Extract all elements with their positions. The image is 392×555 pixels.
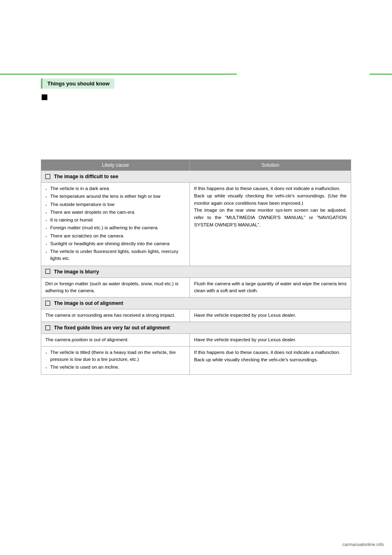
checkbox-icon-1 — [45, 174, 50, 179]
watermark-text: carmanualonline.info — [342, 542, 384, 547]
solution-text-2: Flush the camera with a large quantity o… — [194, 280, 347, 295]
likely-causes-1: The vehicle is in a dark area The temper… — [41, 183, 190, 266]
solution-4a: Have the vehicle inspected by your Lexus… — [190, 333, 351, 346]
list-item: The vehicle is under fluorescent lights,… — [45, 248, 185, 262]
list-item: The temperature around the lens is eithe… — [45, 193, 185, 200]
col-header-likely-cause: Likely cause — [41, 160, 190, 171]
section-header-3-text: The image is out of alignment — [54, 300, 123, 306]
section-header-1-text: The image is difficult to see — [54, 174, 118, 179]
section-header-4: The fixed guide lines are very far out o… — [41, 322, 351, 333]
section-header: Things you should know — [41, 78, 351, 100]
solution-1: If this happens due to these causes, it … — [190, 183, 351, 266]
solution-text-4a: Have the vehicle inspected by your Lexus… — [194, 336, 347, 344]
bullet-list-4b: The vehicle is tilted (there is a heavy … — [45, 349, 185, 371]
solution-text-4b: If this happens due to these causes, it … — [194, 349, 347, 364]
solution-text-3: Have the vehicle inspected by your Lexus… — [194, 312, 347, 319]
section-row-1: The image is difficult to see — [41, 171, 351, 183]
list-item: The vehicle is used on an incline. — [45, 364, 185, 371]
footer-watermark: carmanualonline.info — [342, 542, 384, 547]
table-row-4a: The camera position is out of alignment.… — [41, 333, 351, 346]
list-item: There are scratches on the camera — [45, 233, 185, 239]
green-accent-line-left — [0, 74, 237, 75]
checkbox-icon-4 — [45, 325, 50, 330]
green-accent-line-right — [370, 74, 392, 75]
section-header-4-text: The fixed guide lines are very far out o… — [54, 325, 169, 331]
likely-cause-4a-text: The camera position is out of alignment. — [45, 336, 185, 343]
likely-cause-4b: The vehicle is tilted (there is a heavy … — [41, 346, 190, 374]
list-item: Foreign matter (mud etc.) is adhering to… — [45, 224, 185, 231]
list-item: There are water droplets on the cam-era — [45, 209, 185, 216]
checkbox-icon-2 — [45, 269, 50, 274]
section-title: Things you should know — [47, 81, 109, 87]
solution-2: Flush the camera with a large quantity o… — [190, 278, 351, 298]
likely-cause-2: Dirt or foreign matter (such as water dr… — [41, 278, 190, 298]
table-row-1: The vehicle is in a dark area The temper… — [41, 183, 351, 266]
section-header-1: The image is difficult to see — [41, 171, 351, 183]
table-row-4b: The vehicle is tilted (there is a heavy … — [41, 346, 351, 374]
list-item: The vehicle is tilted (there is a heavy … — [45, 349, 185, 363]
solution-4b: If this happens due to these causes, it … — [190, 346, 351, 374]
section-header-2-text: The image is blurry — [54, 269, 99, 275]
likely-cause-4a: The camera position is out of alignment. — [41, 333, 190, 346]
table-row-3: The camera or surrounding area has recei… — [41, 309, 351, 322]
solution-text-1: If this happens due to these causes, it … — [194, 185, 347, 229]
black-square-marker — [42, 94, 47, 100]
section-title-box: Things you should know — [41, 78, 114, 89]
table-row-2: Dirt or foreign matter (such as water dr… — [41, 278, 351, 298]
solution-3: Have the vehicle inspected by your Lexus… — [190, 309, 351, 322]
likely-cause-3: The camera or surrounding area has recei… — [41, 309, 190, 322]
likely-cause-3-text: The camera or surrounding area has recei… — [45, 312, 185, 319]
list-item: The vehicle is in a dark area — [45, 185, 185, 192]
section-row-2: The image is blurry — [41, 266, 351, 278]
section-header-3: The image is out of alignment — [41, 298, 351, 309]
main-table: Likely cause Solution The image is diffi… — [41, 159, 351, 375]
bullet-list-1: The vehicle is in a dark area The temper… — [45, 185, 185, 262]
section-row-4: The fixed guide lines are very far out o… — [41, 322, 351, 333]
list-item: It is raining or humid — [45, 217, 185, 224]
checkbox-icon-3 — [45, 301, 50, 306]
likely-cause-2-text: Dirt or foreign matter (such as water dr… — [45, 280, 185, 295]
page-container: Things you should know Likely cause Solu… — [0, 0, 392, 555]
section-header-2: The image is blurry — [41, 266, 351, 278]
col-header-solution: Solution — [190, 160, 351, 171]
content-area: Likely cause Solution The image is diffi… — [41, 159, 351, 375]
list-item: Sunlight or headlights are shining direc… — [45, 240, 185, 247]
section-row-3: The image is out of alignment — [41, 298, 351, 309]
list-item: The outside temperature is low — [45, 201, 185, 208]
